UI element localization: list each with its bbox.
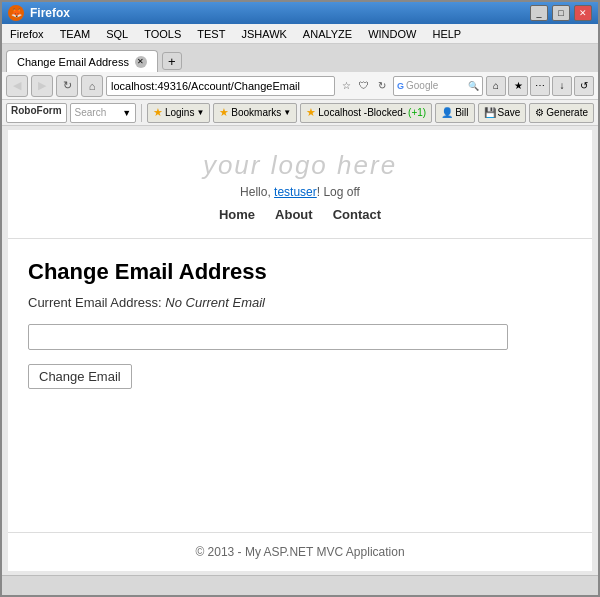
sync-icon-btn[interactable]: ↺ [574,76,594,96]
tabbar: Change Email Address ✕ + [2,44,598,72]
star-icon[interactable]: ☆ [338,78,354,94]
bookmarks-star-icon: ★ [219,106,229,119]
new-tab-button[interactable]: + [162,52,182,70]
address-bar[interactable]: localhost:49316/Account/ChangeEmail [106,76,335,96]
logins-label: Logins [165,107,194,118]
browser-window: 🦊 Firefox _ □ ✕ Firefox TEAM SQL TOOLS T… [0,0,600,597]
menu-firefox[interactable]: Firefox [6,28,48,40]
bookmarks-arrow-icon: ▼ [283,108,291,117]
maximize-button[interactable]: □ [552,5,570,21]
site-wrapper: your logo here Hello, testuser! Log off … [8,130,592,571]
logins-button[interactable]: ★ Logins ▼ [147,103,210,123]
site-header: your logo here Hello, testuser! Log off … [8,130,592,239]
page-title: Change Email Address [28,259,572,285]
nav-right-icons: ⌂ ★ ⋯ ↓ ↺ [486,76,594,96]
download-icon-btn[interactable]: ↓ [552,76,572,96]
back-button[interactable]: ◀ [6,75,28,97]
generate-label: Generate [546,107,588,118]
search-text: Google [406,80,438,91]
generate-icon: ⚙ [535,107,544,118]
menu-analyze[interactable]: ANALYZE [299,28,356,40]
toolbar-separator-1 [141,104,142,122]
generate-button[interactable]: ⚙ Generate [529,103,594,123]
save-label: Save [498,107,521,118]
menu-help[interactable]: HELP [428,28,465,40]
menu-test[interactable]: TEST [193,28,229,40]
current-email-row: Current Email Address: No Current Email [28,295,572,310]
localhost-button[interactable]: ★ Localhost -Blocked- (+1) [300,103,432,123]
search-arrow-icon[interactable]: ▼ [122,108,131,118]
email-input[interactable] [28,324,508,350]
roboform-button[interactable]: RoboForm [6,103,67,123]
more-icon-btn[interactable]: ⋯ [530,76,550,96]
save-icon: 💾 [484,107,496,118]
forward-button[interactable]: ▶ [31,75,53,97]
menu-team[interactable]: TEAM [56,28,95,40]
current-email-value: No Current Email [165,295,265,310]
refresh-button[interactable]: ↻ [56,75,78,97]
menu-jshawk[interactable]: JSHAWK [237,28,290,40]
roboform-toolbar: RoboForm Search ▼ ★ Logins ▼ ★ Bookmarks… [2,100,598,126]
menubar: Firefox TEAM SQL TOOLS TEST JSHAWK ANALY… [2,24,598,44]
minimize-button[interactable]: _ [530,5,548,21]
hello-text: Hello, testuser! Log off [18,185,582,199]
tab-close-button[interactable]: ✕ [135,56,147,68]
nav-contact[interactable]: Contact [333,207,381,222]
google-logo: G [397,81,404,91]
bill-label: Bill [455,107,468,118]
site-logo: your logo here [18,150,582,181]
menu-tools[interactable]: TOOLS [140,28,185,40]
change-email-button[interactable]: Change Email [28,364,132,389]
hello-greeting: Hello, [240,185,271,199]
active-tab[interactable]: Change Email Address ✕ [6,50,158,72]
logins-arrow-icon: ▼ [196,108,204,117]
username-link[interactable]: testuser [274,185,317,199]
search-box[interactable]: G Google 🔍 [393,76,483,96]
roboform-search[interactable]: Search ▼ [70,103,137,123]
logoff-text: ! Log off [317,185,360,199]
site-footer: © 2013 - My ASP.NET MVC Application [8,532,592,571]
titlebar-controls: _ □ ✕ [530,5,592,21]
home-button[interactable]: ⌂ [81,75,103,97]
home-icon-btn[interactable]: ⌂ [486,76,506,96]
person-icon: 👤 [441,107,453,118]
save-button[interactable]: 💾 Save [478,103,527,123]
address-icons: ☆ 🛡 ↻ [338,78,390,94]
titlebar: 🦊 Firefox _ □ ✕ [2,2,598,24]
page-area: your logo here Hello, testuser! Log off … [2,126,598,575]
refresh-small-icon[interactable]: ↻ [374,78,390,94]
firefox-icon: 🦊 [8,5,24,21]
close-button[interactable]: ✕ [574,5,592,21]
current-email-label: Current Email Address: [28,295,162,310]
bookmark-icon-btn[interactable]: ★ [508,76,528,96]
localhost-star-icon: ★ [306,106,316,119]
site-content: Change Email Address Current Email Addre… [8,239,592,532]
site-nav: Home About Contact [18,207,582,228]
titlebar-title: Firefox [30,6,70,20]
shield-icon: 🛡 [356,78,372,94]
localhost-label: Localhost -Blocked- [318,107,406,118]
roboform-search-placeholder: Search [75,107,107,118]
bookmarks-button[interactable]: ★ Bookmarks ▼ [213,103,297,123]
tab-title: Change Email Address [17,56,129,68]
navbar: ◀ ▶ ↻ ⌂ localhost:49316/Account/ChangeEm… [2,72,598,100]
nav-home[interactable]: Home [219,207,255,222]
plus-label: (+1) [408,107,426,118]
footer-text: © 2013 - My ASP.NET MVC Application [195,545,404,559]
titlebar-left: 🦊 Firefox [8,5,70,21]
bill-button[interactable]: 👤 Bill [435,103,474,123]
menu-sql[interactable]: SQL [102,28,132,40]
status-bar [2,575,598,595]
url-text: localhost:49316/Account/ChangeEmail [111,80,300,92]
nav-about[interactable]: About [275,207,313,222]
search-icon: 🔍 [468,81,479,91]
bookmarks-label: Bookmarks [231,107,281,118]
logins-star-icon: ★ [153,106,163,119]
menu-window[interactable]: WINDOW [364,28,420,40]
